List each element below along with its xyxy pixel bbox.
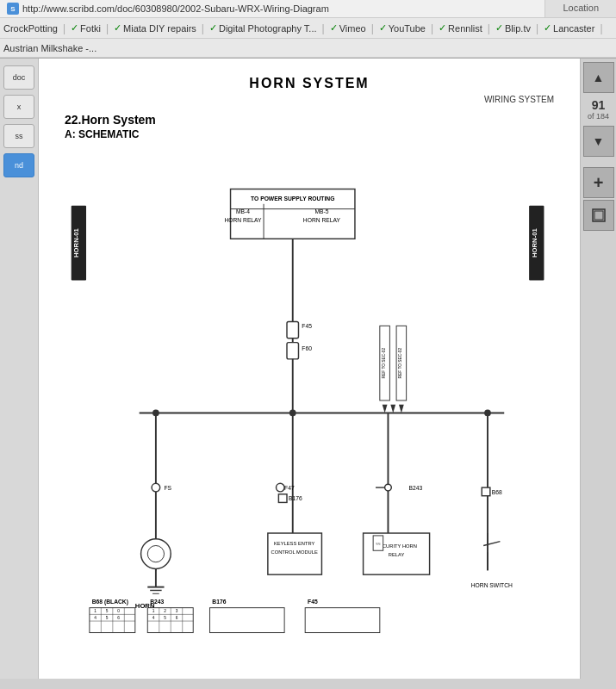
- page-current: 91: [588, 98, 609, 112]
- svg-rect-13: [287, 322, 298, 338]
- bookmark-sep7: |: [488, 22, 490, 34]
- svg-text:B68: B68: [492, 489, 502, 495]
- bookmark-sep1: |: [63, 22, 65, 34]
- nav-down-btn[interactable]: ▼: [583, 126, 614, 157]
- scribd-favicon: S: [7, 3, 19, 15]
- svg-text:F45: F45: [308, 599, 318, 605]
- left-sidebar: doc x ss nd: [0, 59, 39, 679]
- bookmark-more: |: [600, 22, 602, 34]
- bookmark-sep3: |: [202, 22, 204, 34]
- bookmark-lancaster[interactable]: ✓ Lancaster: [544, 22, 594, 34]
- svg-text:CONTROL MODULE: CONTROL MODULE: [271, 549, 318, 555]
- svg-text:6: 6: [176, 616, 178, 620]
- svg-text:5: 5: [164, 616, 166, 620]
- svg-point-30: [276, 483, 284, 492]
- fit-btn[interactable]: [583, 200, 614, 231]
- svg-rect-88: [209, 608, 284, 633]
- bookmark-miata[interactable]: ✓ Miata DIY repairs: [114, 22, 196, 34]
- section-title: 22.Horn System: [65, 113, 554, 127]
- svg-point-61: [385, 484, 392, 491]
- svg-text:3: 3: [176, 609, 178, 613]
- svg-line-56: [483, 542, 500, 546]
- svg-text:F60: F60: [302, 345, 312, 351]
- svg-marker-45: [399, 405, 404, 413]
- svg-text:B68 (BLACK): B68 (BLACK): [92, 599, 128, 605]
- svg-text:TO POWER SUPPLY ROUTING: TO POWER SUPPLY ROUTING: [251, 196, 334, 202]
- bookmark-bliptv[interactable]: ✓ Blip.tv: [495, 22, 531, 34]
- zoom-in-btn[interactable]: +: [583, 167, 614, 198]
- wiring-diagram: HORN-01 HORN-01 TO POWER SUPPLY ROUTING …: [65, 151, 554, 650]
- svg-rect-15: [287, 343, 298, 359]
- svg-text:5: 5: [106, 609, 109, 613]
- svg-text:HORN RELAY: HORN RELAY: [224, 217, 262, 223]
- svg-rect-93: [594, 211, 603, 220]
- doc-title: HORN SYSTEM: [65, 76, 554, 91]
- sidebar-btn-ss[interactable]: ss: [3, 124, 34, 148]
- bookmark-austrian[interactable]: Austrian Milkshake -...: [3, 43, 96, 53]
- svg-rect-32: [278, 494, 287, 503]
- page-of: of 184: [588, 112, 609, 121]
- bookmark-fotki[interactable]: ✓ Fotki: [71, 22, 101, 34]
- bookmark-sep8: |: [536, 22, 538, 34]
- svg-text:4: 4: [94, 616, 96, 620]
- section-sub: A: SCHEMATIC: [65, 128, 554, 140]
- bookmark-crockpotting[interactable]: CrockPotting: [3, 23, 58, 34]
- svg-text:HORN-01: HORN-01: [531, 227, 538, 257]
- svg-text:6: 6: [117, 616, 120, 620]
- nav-up-btn[interactable]: ▲: [583, 62, 614, 93]
- bookmark-sep4: |: [322, 22, 325, 34]
- svg-text:4: 4: [152, 616, 155, 620]
- svg-text:5: 5: [106, 616, 109, 620]
- sidebar-btn-nd[interactable]: nd: [3, 153, 34, 177]
- svg-text:HORN RELAY: HORN RELAY: [303, 217, 341, 223]
- svg-text:2: 2: [164, 609, 166, 613]
- svg-text:F45: F45: [302, 323, 312, 329]
- svg-point-37: [289, 410, 296, 417]
- svg-marker-44: [390, 405, 395, 413]
- svg-point-59: [484, 410, 491, 417]
- svg-text:B176: B176: [289, 495, 302, 501]
- svg-text:1: 1: [94, 609, 96, 613]
- bookmark-vimeo[interactable]: ✓ Vimeo: [330, 22, 366, 34]
- svg-text:B243: B243: [150, 599, 164, 605]
- svg-text:MB-4: MB-4: [236, 208, 250, 214]
- address-bar-text[interactable]: http://www.scribd.com/doc/60308980/2002-…: [22, 3, 329, 14]
- svg-text:F47: F47: [284, 485, 295, 491]
- right-controls: ▲ 91 of 184 ▼ +: [580, 59, 616, 679]
- svg-text:RELAY: RELAY: [389, 552, 405, 557]
- svg-rect-90: [305, 608, 380, 633]
- svg-text:KEYLESS ENTRY: KEYLESS ENTRY: [274, 541, 314, 546]
- svg-point-28: [152, 410, 159, 417]
- page-number: 91 of 184: [588, 95, 609, 124]
- svg-text:REF TO SEC-02: REF TO SEC-02: [398, 348, 402, 379]
- location-label: Location: [544, 0, 616, 17]
- bookmark-sep2: |: [106, 22, 109, 34]
- svg-text:MB-5: MB-5: [314, 208, 328, 214]
- svg-point-22: [147, 545, 164, 562]
- svg-text:HORN SWITCH: HORN SWITCH: [471, 582, 513, 588]
- doc-subtitle: WIRING SYSTEM: [65, 95, 554, 104]
- svg-text:B176: B176: [212, 599, 226, 605]
- svg-rect-53: [482, 487, 490, 496]
- svg-marker-43: [383, 405, 388, 413]
- svg-text:HORN-01: HORN-01: [72, 227, 80, 257]
- svg-text:0: 0: [117, 609, 120, 613]
- bookmark-rennlist[interactable]: ✓ Rennlist: [439, 22, 482, 34]
- bookmark-digiphoto[interactable]: ✓ Digital Photography T...: [209, 22, 317, 34]
- bookmark-youtube[interactable]: ✓ YouTube: [379, 22, 426, 34]
- bookmark-sep5: |: [371, 22, 374, 34]
- document-area: HORN SYSTEM WIRING SYSTEM 22.Horn System…: [39, 59, 580, 679]
- svg-text:B243: B243: [409, 485, 423, 491]
- svg-text:1: 1: [152, 609, 155, 613]
- sidebar-btn-doc[interactable]: doc: [3, 65, 34, 90]
- sidebar-btn-x[interactable]: x: [3, 95, 34, 119]
- svg-text:FS: FS: [165, 485, 172, 491]
- svg-text:REF TO SEC-02: REF TO SEC-02: [382, 348, 386, 379]
- bookmark-sep6: |: [431, 22, 433, 34]
- svg-text:≈≈: ≈≈: [376, 542, 381, 546]
- svg-point-19: [152, 483, 160, 492]
